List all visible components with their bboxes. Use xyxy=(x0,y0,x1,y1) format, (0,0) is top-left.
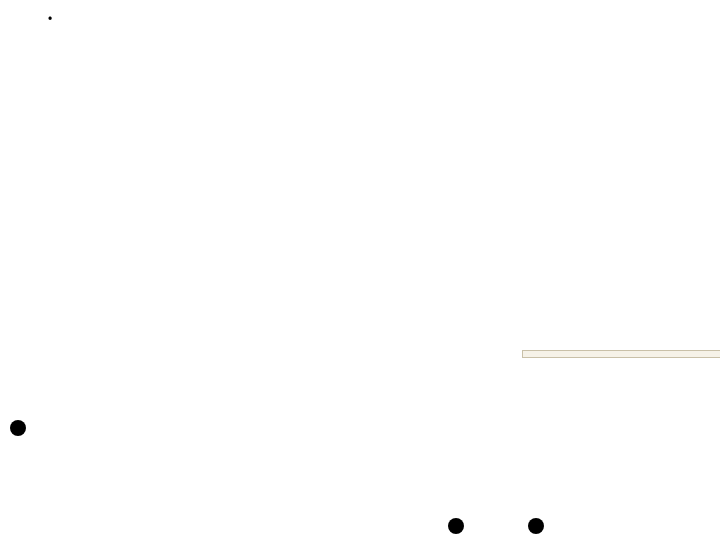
ribbon-screenshot xyxy=(522,350,720,358)
callout-badge-1 xyxy=(10,420,26,436)
callout-badge-2 xyxy=(448,518,464,534)
bullet-text xyxy=(62,12,686,28)
bullet-mark: • xyxy=(48,12,62,28)
main-bullet: • xyxy=(48,12,686,28)
callout-badge-3 xyxy=(528,518,544,534)
